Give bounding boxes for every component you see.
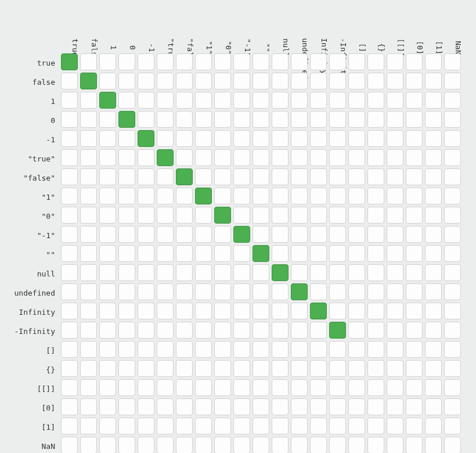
row-header: []: [0, 341, 61, 360]
heatmap-cell: [80, 322, 97, 339]
heatmap-cell: [310, 245, 327, 262]
heatmap-cell: [138, 245, 154, 262]
heatmap-cell: [99, 264, 116, 281]
heatmap-cell: [61, 303, 78, 319]
heatmap-cell: [195, 398, 212, 415]
heatmap-row: [61, 73, 463, 92]
heatmap-cell: [348, 149, 365, 166]
heatmap-cell: [425, 226, 442, 243]
heatmap-cell: [61, 418, 78, 434]
heatmap-cell: [272, 437, 289, 453]
heatmap-cell: [272, 341, 289, 358]
heatmap-row: [61, 418, 463, 437]
heatmap-cell: [387, 130, 403, 147]
heatmap-cell: [348, 188, 365, 204]
heatmap-cell: [406, 341, 423, 358]
heatmap-cell: [272, 245, 289, 262]
heatmap-cell: [118, 245, 135, 262]
heatmap-cell: [138, 53, 154, 70]
heatmap-cell: [387, 341, 403, 358]
heatmap-cell: [425, 437, 442, 453]
heatmap-cell: [425, 264, 442, 281]
heatmap-cell: [253, 226, 269, 243]
heatmap-cell: [80, 379, 97, 396]
heatmap-row: [61, 188, 463, 207]
heatmap-cell: [272, 322, 289, 339]
heatmap-cell: [157, 149, 174, 166]
heatmap-cell: [253, 398, 269, 415]
heatmap-cell: [329, 341, 346, 358]
heatmap-cell: [329, 303, 346, 319]
heatmap-cell: [157, 264, 174, 281]
heatmap-cell: [61, 245, 78, 262]
heatmap-cell: [118, 130, 135, 147]
heatmap-cell: [425, 73, 442, 89]
heatmap-cell: [138, 73, 154, 89]
heatmap-cell: [61, 379, 78, 396]
heatmap-cell: [329, 188, 346, 204]
heatmap-cell: [176, 360, 193, 377]
heatmap-cell: [138, 149, 154, 166]
heatmap-cell: [406, 418, 423, 434]
heatmap-cell: [387, 111, 403, 128]
heatmap-cell: [310, 168, 327, 185]
heatmap-cell: [329, 245, 346, 262]
heatmap-cell: [157, 360, 174, 377]
heatmap-cell: [425, 360, 442, 377]
heatmap-cell: [425, 168, 442, 185]
heatmap-cell: [61, 73, 78, 89]
heatmap-cell: [425, 53, 442, 70]
heatmap-cell: [118, 322, 135, 339]
heatmap-cell: [291, 73, 308, 89]
heatmap-cell: [195, 437, 212, 453]
heatmap-cell: [80, 418, 97, 434]
heatmap-cell: [329, 360, 346, 377]
heatmap-cell: [118, 149, 135, 166]
heatmap-cell: [367, 398, 384, 415]
heatmap-cell: [118, 226, 135, 243]
heatmap-cell: [118, 303, 135, 319]
heatmap-cell: [253, 341, 269, 358]
heatmap-cell: [253, 360, 269, 377]
heatmap-cell: [80, 398, 97, 415]
heatmap-cell: [348, 283, 365, 300]
heatmap-cell: [387, 168, 403, 185]
heatmap-cell: [253, 168, 269, 185]
heatmap-cell: [310, 207, 327, 224]
heatmap-cell: [118, 111, 135, 128]
heatmap-cell: [214, 188, 231, 204]
heatmap-cell: [329, 322, 346, 339]
heatmap-cell: [61, 92, 78, 109]
heatmap-cell: [176, 130, 193, 147]
heatmap-cell: [176, 303, 193, 319]
heatmap-cell: [406, 168, 423, 185]
heatmap-cell: [444, 398, 461, 415]
row-header: true: [0, 53, 61, 73]
heatmap-cell: [291, 322, 308, 339]
heatmap-cell: [118, 264, 135, 281]
heatmap-cell: [272, 188, 289, 204]
heatmap-row: [61, 149, 463, 168]
heatmap-cell: [157, 226, 174, 243]
heatmap-cell: [233, 92, 250, 109]
heatmap-cell: [80, 264, 97, 281]
heatmap-cell: [61, 53, 78, 70]
heatmap-cell: [387, 226, 403, 243]
heatmap-cell: [310, 188, 327, 204]
equality-heatmap: truefalse10-1"true""false""1""0""-1"""nu…: [0, 0, 476, 453]
heatmap-cell: [253, 207, 269, 224]
heatmap-cell: [80, 283, 97, 300]
heatmap-cell: [99, 188, 116, 204]
heatmap-cell: [406, 73, 423, 89]
heatmap-cell: [99, 379, 116, 396]
heatmap-cell: [253, 418, 269, 434]
row-header: null: [0, 264, 61, 283]
heatmap-cell: [272, 92, 289, 109]
heatmap-cell: [214, 245, 231, 262]
heatmap-cell: [61, 437, 78, 453]
heatmap-cell: [138, 341, 154, 358]
heatmap-cell: [272, 130, 289, 147]
heatmap-cell: [425, 207, 442, 224]
heatmap-cell: [367, 437, 384, 453]
heatmap-cell: [80, 360, 97, 377]
